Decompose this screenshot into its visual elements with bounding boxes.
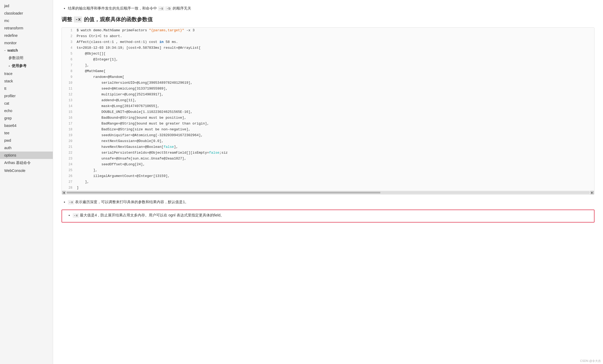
code-line: 24 seedOffset=@Long[24], xyxy=(62,162,594,167)
line-number: 9 xyxy=(65,74,72,80)
scrollbar-track[interactable] xyxy=(67,192,589,194)
code-block-inner[interactable]: 1$ watch demo.MathGame primeFactors "{pa… xyxy=(62,28,594,191)
line-content: ] xyxy=(77,185,79,191)
sidebar-item-trace[interactable]: trace xyxy=(0,70,53,77)
sidebar-item-webconsole[interactable]: WebConsole xyxy=(0,167,53,174)
sidebar-item-pwd[interactable]: pwd xyxy=(0,137,53,144)
line-content: multiplier=@Long[25214903917], xyxy=(77,92,164,97)
sidebar-item-arthas[interactable]: Arthas 基础命令 xyxy=(0,159,53,167)
sidebar-item-label: pwd xyxy=(4,138,11,143)
line-content: @Object[][ xyxy=(77,51,106,57)
sidebar-item-echo[interactable]: echo xyxy=(0,107,53,114)
line-content: ], xyxy=(77,63,89,68)
footer-bullets: -x 表示遍历深度，可以调整来打印具体的参数和结果内容，默认值是1。 xyxy=(62,199,595,205)
sidebar-item-label: tt xyxy=(4,86,6,91)
sidebar-item-jad[interactable]: jad xyxy=(0,2,53,10)
note-box: -x 最大值是4，防止展开结果占用太多内存。用户可以在 ognl 表达式里指定更… xyxy=(62,210,595,223)
line-number: 17 xyxy=(65,121,72,127)
code-line: 22 serialPersistentFields=@ObjectStreamF… xyxy=(62,150,594,156)
line-number: 6 xyxy=(65,57,72,63)
sidebar-item-label: profiler xyxy=(4,94,16,98)
line-number: 20 xyxy=(65,138,72,144)
sidebar-item-label: trace xyxy=(4,72,12,76)
sidebar-item-label: redefine xyxy=(4,33,18,38)
sidebar-item-params[interactable]: 参数说明 xyxy=(0,54,53,62)
line-number: 3 xyxy=(65,39,72,45)
line-content: @Integer[1], xyxy=(77,57,118,63)
code-boolean: false xyxy=(164,145,174,149)
line-number: 24 xyxy=(65,162,72,167)
line-number: 15 xyxy=(65,109,72,115)
line-content: $ watch demo.MathGame primeFactors "{par… xyxy=(77,28,195,33)
sidebar-item-tt[interactable]: tt xyxy=(0,85,53,92)
code-line: 16 BadBound=@String[bound must be positi… xyxy=(62,115,594,121)
sidebar-item-cat[interactable]: cat xyxy=(0,100,53,107)
sidebar-item-label: retransform xyxy=(4,26,23,30)
line-content: DOUBLE_UNIT=@Double[1.1102230246251565E-… xyxy=(77,109,193,115)
code-line: 9 random=@Random[ xyxy=(62,74,594,80)
line-number: 19 xyxy=(65,132,72,138)
line-number: 11 xyxy=(65,86,72,92)
sidebar-item-usage[interactable]: + 使用参考 xyxy=(0,62,53,70)
code-line: 15 DOUBLE_UNIT=@Double[1.110223024625156… xyxy=(62,109,594,115)
sidebar-item-tee[interactable]: tee xyxy=(0,129,53,137)
code-line: 25 ], xyxy=(62,167,594,173)
sidebar-item-redefine[interactable]: redefine xyxy=(0,32,53,39)
sidebar-item-label: auth xyxy=(4,146,11,150)
code-line: 8 @MathGame[ xyxy=(62,68,594,74)
code-line: 11 seed=@AtomicLong[3133719055989], xyxy=(62,86,594,92)
line-content: illegalArgumentCount=@Integer[13159], xyxy=(77,173,170,179)
line-number: 8 xyxy=(65,68,72,74)
sidebar-item-auth[interactable]: auth xyxy=(0,144,53,152)
line-number: 10 xyxy=(65,80,72,86)
line-number: 1 xyxy=(65,28,72,33)
code-line: 13 addend=@Long[11], xyxy=(62,97,594,103)
sidebar-item-stack[interactable]: stack xyxy=(0,77,53,85)
code-line: 21 haveNextNextGaussian=@Boolean[false], xyxy=(62,144,594,150)
code-line: 27 ], xyxy=(62,179,594,185)
sidebar-item-label: Arthas 基础命令 xyxy=(4,161,31,165)
scroll-right-arrow[interactable]: ▶ xyxy=(591,191,594,194)
sidebar-item-label: 使用参考 xyxy=(12,64,27,68)
line-number: 13 xyxy=(65,97,72,103)
code-scrollbar[interactable]: ◀ ▶ xyxy=(62,191,594,194)
code-line: 5 @Object[][ xyxy=(62,51,594,57)
sidebar: jadclassloadermcretransformredefinemonit… xyxy=(0,0,53,364)
footer-bullet-1: -x 表示遍历深度，可以调整来打印具体的参数和结果内容，默认值是1。 xyxy=(68,199,595,205)
expand-icon: + xyxy=(8,65,10,68)
sidebar-item-label: 参数说明 xyxy=(8,56,23,60)
scrollbar-thumb[interactable] xyxy=(67,192,380,193)
sidebar-item-classloader[interactable]: classloader xyxy=(0,10,53,17)
sidebar-item-mc[interactable]: mc xyxy=(0,17,53,24)
line-content: seedUniquifier=@AtomicLong[-328203994167… xyxy=(77,132,203,138)
code-string: "{params,target}" xyxy=(149,28,184,32)
sidebar-item-options[interactable]: options xyxy=(0,152,53,159)
code-line: 18 BadSize=@String[size must be non-nega… xyxy=(62,127,594,132)
line-number: 14 xyxy=(65,103,72,109)
line-number: 27 xyxy=(65,179,72,185)
line-content: seedOffset=@Long[24], xyxy=(77,162,145,167)
line-content: BadBound=@String[bound must be positive]… xyxy=(77,115,186,121)
line-content: nextNextGaussian=@Double[0.0], xyxy=(77,138,164,144)
code-line: 7 ], xyxy=(62,63,594,68)
sidebar-item-profiler[interactable]: profiler xyxy=(0,92,53,100)
intro-bullets: 结果的输出顺序和事件发生的先后顺序一致，和命令中 -s -b 的顺序无关 xyxy=(62,5,595,12)
line-content: mask=@Long[281474976710655], xyxy=(77,103,159,109)
sidebar-item-retransform[interactable]: retransform xyxy=(0,24,53,32)
scroll-left-arrow[interactable]: ◀ xyxy=(62,191,65,194)
sidebar-item-monitor[interactable]: monitor xyxy=(0,39,53,47)
line-content: ], xyxy=(77,179,89,185)
code-line: 14 mask=@Long[281474976710655], xyxy=(62,103,594,109)
code-block: 1$ watch demo.MathGame primeFactors "{pa… xyxy=(62,27,595,195)
code-line: 3Affect(class-cnt:1 , method-cnt:1) cost… xyxy=(62,39,594,45)
sidebar-item-base64[interactable]: base64 xyxy=(0,122,53,129)
line-number: 18 xyxy=(65,127,72,132)
line-number: 22 xyxy=(65,150,72,156)
sidebar-item-grep[interactable]: grep xyxy=(0,114,53,122)
sidebar-item-watch[interactable]: − watch xyxy=(0,47,53,54)
code-line: 1$ watch demo.MathGame primeFactors "{pa… xyxy=(62,28,594,33)
sidebar-item-label: tee xyxy=(4,131,9,135)
line-content: serialPersistentFields=@ObjectStreamFiel… xyxy=(77,150,228,156)
line-number: 23 xyxy=(65,156,72,162)
code-line: 20 nextNextGaussian=@Double[0.0], xyxy=(62,138,594,144)
